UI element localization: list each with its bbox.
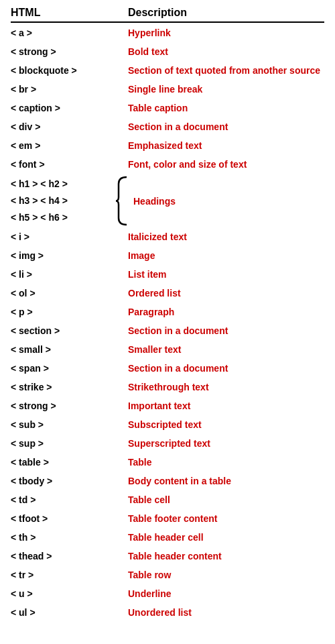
row-caption: < caption > Table caption (11, 99, 324, 118)
desc-a: Hyperlink (128, 25, 324, 40)
row-tfoot: < tfoot > Table footer content (11, 510, 324, 529)
row-headings-group: < h1 > < h2 > < h3 > < h4 > < h5 > < h6 … (11, 174, 324, 228)
html-tag-li: < li > (11, 267, 128, 282)
html-tag-ol: < ol > (11, 286, 128, 301)
row-tbody: < tbody > Body content in a table (11, 472, 324, 491)
desc-strong: Bold text (128, 44, 324, 59)
desc-ul: Unordered list (128, 605, 324, 620)
row-strike: < strike > Strikethrough text (11, 378, 324, 397)
column-header-description: Description (128, 7, 187, 19)
desc-headings: Headings (133, 196, 176, 207)
row-tr: < tr > Table row (11, 566, 324, 585)
row-div: < div > Section in a document (11, 118, 324, 137)
main-table: HTML Description < a > Hyperlink < stron… (0, 0, 335, 636)
desc-ol: Ordered list (128, 286, 324, 301)
table-header: HTML Description (11, 7, 324, 23)
row-em: < em > Emphasized text (11, 137, 324, 156)
html-tag-table: < table > (11, 455, 128, 470)
row-blockquote: < blockquote > Section of text quoted fr… (11, 62, 324, 80)
row-th: < th > Table header cell (11, 529, 324, 547)
desc-tbody: Body content in a table (128, 474, 324, 488)
html-tag-i: < i > (11, 229, 128, 244)
heading-tag-h3-h4: < h3 > < h4 > (11, 193, 113, 209)
html-tag-font: < font > (11, 157, 128, 172)
row-sup: < sup > Superscripted text (11, 435, 324, 453)
html-tag-p: < p > (11, 305, 128, 319)
row-td: < td > Table cell (11, 491, 324, 510)
html-tag-strike: < strike > (11, 380, 128, 394)
html-tag-span: < span > (11, 361, 128, 376)
row-a: < a > Hyperlink (11, 24, 324, 43)
desc-i: Italicized text (128, 229, 324, 244)
html-tag-br: < br > (11, 82, 128, 97)
desc-th: Table header cell (128, 530, 324, 545)
row-span: < span > Section in a document (11, 360, 324, 378)
html-tag-strong: < strong > (11, 44, 128, 59)
desc-p: Paragraph (128, 305, 324, 319)
desc-br: Single line break (128, 82, 324, 97)
row-p: < p > Paragraph (11, 303, 324, 322)
desc-em: Emphasized text (128, 138, 324, 153)
row-li: < li > List item (11, 266, 324, 284)
row-i: < i > Italicized text (11, 228, 324, 247)
html-tag-blockquote: < blockquote > (11, 63, 128, 78)
html-tag-tr: < tr > (11, 568, 128, 582)
column-header-html: HTML (11, 7, 128, 19)
row-sub: < sub > Subscripted text (11, 416, 324, 435)
html-tag-tbody: < tbody > (11, 474, 128, 488)
html-tag-small: < small > (11, 342, 128, 357)
desc-strike: Strikethrough text (128, 380, 324, 394)
row-img: < img > Image (11, 247, 324, 266)
desc-sub: Subscripted text (128, 417, 324, 432)
html-tag-thead: < thead > (11, 549, 128, 564)
heading-tag-h1-h2: < h1 > < h2 > (11, 176, 113, 193)
row-strong-important: < strong > Important text (11, 397, 324, 416)
heading-tags-list: < h1 > < h2 > < h3 > < h4 > < h5 > < h6 … (11, 176, 115, 227)
row-table: < table > Table (11, 453, 324, 472)
desc-tr: Table row (128, 568, 324, 582)
row-font: < font > Font, color and size of text (11, 156, 324, 174)
headings-brace (115, 176, 129, 226)
desc-caption: Table caption (128, 101, 324, 115)
row-ol: < ol > Ordered list (11, 284, 324, 303)
html-tag-ul: < ul > (11, 605, 128, 620)
desc-table: Table (128, 455, 324, 470)
desc-strong-important: Important text (128, 398, 324, 413)
html-tag-strong-2: < strong > (11, 398, 128, 413)
html-tag-section: < section > (11, 323, 128, 338)
row-ul: < ul > Unordered list (11, 604, 324, 623)
html-tag-tfoot: < tfoot > (11, 511, 128, 526)
row-strong: < strong > Bold text (11, 43, 324, 62)
desc-img: Image (128, 248, 324, 263)
html-tag-em: < em > (11, 138, 128, 153)
desc-tfoot: Table footer content (128, 511, 324, 526)
desc-td: Table cell (128, 492, 324, 507)
html-tag-a: < a > (11, 25, 128, 40)
html-tag-img: < img > (11, 248, 128, 263)
heading-tag-h5-h6: < h5 > < h6 > (11, 209, 113, 226)
html-tag-div: < div > (11, 119, 128, 134)
desc-span: Section in a document (128, 361, 324, 376)
row-small: < small > Smaller text (11, 341, 324, 360)
desc-div: Section in a document (128, 119, 324, 134)
desc-u: Underline (128, 586, 324, 601)
html-tag-sub: < sub > (11, 417, 128, 432)
row-u: < u > Underline (11, 585, 324, 604)
desc-small: Smaller text (128, 342, 324, 357)
html-tag-td: < td > (11, 492, 128, 507)
row-br: < br > Single line break (11, 80, 324, 99)
html-tag-caption: < caption > (11, 101, 128, 115)
desc-section: Section in a document (128, 323, 324, 338)
desc-thead: Table header content (128, 549, 324, 564)
row-thead: < thead > Table header content (11, 547, 324, 566)
html-tag-u: < u > (11, 586, 128, 601)
html-tag-th: < th > (11, 530, 128, 545)
row-section: < section > Section in a document (11, 322, 324, 341)
desc-li: List item (128, 267, 324, 282)
desc-font: Font, color and size of text (128, 157, 324, 172)
desc-sup: Superscripted text (128, 436, 324, 451)
html-tag-sup: < sup > (11, 436, 128, 451)
desc-blockquote: Section of text quoted from another sour… (128, 63, 324, 78)
